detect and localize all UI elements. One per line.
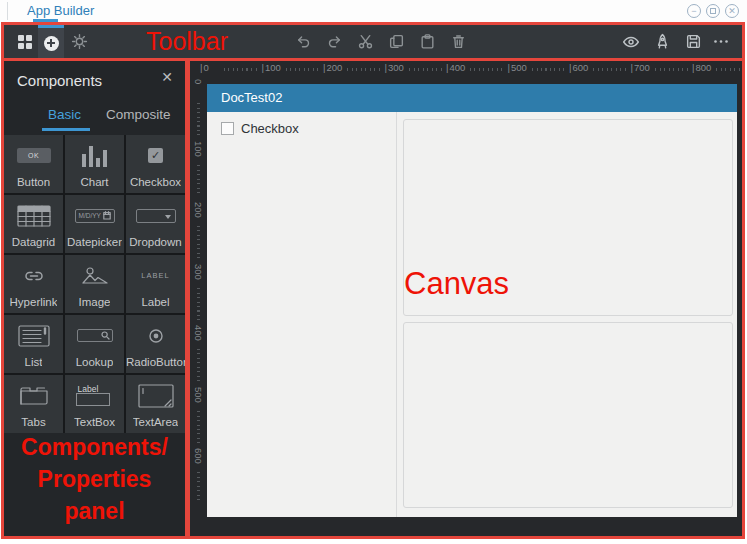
tab-basic[interactable]: Basic	[48, 107, 81, 122]
dropdown-icon	[126, 195, 185, 236]
app-builder-tab[interactable]: App Builder	[27, 3, 94, 18]
label-icon: LABEL	[126, 255, 185, 296]
radiobutton-icon	[126, 315, 185, 356]
minimize-icon[interactable]: −	[687, 4, 701, 18]
app-builder-window: App Builder − ✕	[0, 0, 747, 544]
settings-gear-icon[interactable]	[66, 25, 92, 58]
component-tile-checkbox[interactable]: ✓ Checkbox	[126, 135, 185, 193]
component-tile-lookup[interactable]: Lookup	[65, 315, 124, 373]
paste-icon[interactable]	[416, 25, 438, 58]
canvas-container-bottom[interactable]	[403, 322, 733, 508]
component-tile-datepicker[interactable]: M/D/YY Datepicker	[65, 195, 124, 253]
components-panel: Components ✕ Basic Composite OK Button C…	[4, 61, 185, 538]
textarea-icon	[126, 375, 185, 416]
component-tile-textbox[interactable]: Label TextBox	[65, 375, 124, 433]
component-tile-list[interactable]: List	[4, 315, 63, 373]
component-tile-button[interactable]: OK Button	[4, 135, 63, 193]
component-tile-label[interactable]: LABEL Label	[126, 255, 185, 313]
datagrid-icon	[4, 195, 63, 236]
vertical-ruler: 0 100 200 300 400 500 600	[191, 77, 205, 538]
canvas-checkbox-component[interactable]: Checkbox	[221, 121, 299, 136]
button-icon: OK	[4, 135, 63, 176]
chart-icon	[65, 135, 124, 176]
datepicker-icon: M/D/YY	[65, 195, 124, 236]
component-tile-image[interactable]: Image	[65, 255, 124, 313]
maximize-icon[interactable]	[706, 4, 720, 18]
components-grid: OK Button Chart ✓ Checkbox	[4, 135, 185, 433]
window-controls: − ✕	[687, 4, 739, 18]
checkbox-icon: ✓	[126, 135, 185, 176]
textbox-icon: Label	[65, 375, 124, 416]
checkbox-label: Checkbox	[241, 121, 299, 136]
component-tile-dropdown[interactable]: Dropdown	[126, 195, 185, 253]
preview-eye-icon[interactable]	[619, 25, 643, 58]
component-tile-datagrid[interactable]: Datagrid	[4, 195, 63, 253]
tab-basic-indicator	[42, 128, 90, 131]
component-tile-textarea[interactable]: TextArea	[126, 375, 185, 433]
title-bar: App Builder − ✕	[0, 0, 747, 22]
component-tile-radiobutton[interactable]: RadioButton	[126, 315, 185, 373]
canvas-container-top[interactable]	[403, 119, 733, 316]
titlebar-divider	[7, 2, 8, 20]
launch-rocket-icon[interactable]	[650, 25, 674, 58]
panel-close-icon[interactable]: ✕	[161, 69, 173, 85]
hyperlink-icon	[4, 255, 63, 296]
image-icon	[65, 255, 124, 296]
horizontal-ruler: 0 100 200 300 400 500 600 700 800	[200, 62, 743, 77]
document-canvas[interactable]: DocTest02 Checkbox	[207, 84, 737, 517]
add-component-icon[interactable]	[38, 25, 64, 58]
active-tab-indicator	[33, 19, 58, 22]
component-tile-hyperlink[interactable]: Hyperlink	[4, 255, 63, 313]
copy-icon[interactable]	[385, 25, 407, 58]
more-ellipsis-icon[interactable]	[709, 25, 733, 58]
list-icon	[4, 315, 63, 356]
component-tile-tabs[interactable]: Tabs	[4, 375, 63, 433]
document-body[interactable]: Checkbox	[207, 112, 737, 517]
lookup-icon	[65, 315, 124, 356]
undo-icon[interactable]	[292, 25, 314, 58]
delete-trash-icon[interactable]	[447, 25, 469, 58]
save-icon[interactable]	[681, 25, 705, 58]
apps-grid-icon[interactable]	[12, 25, 38, 58]
canvas-area: 0 100 200 300 400 500 600 700 800 0 100 …	[190, 61, 743, 538]
tabs-icon	[4, 375, 63, 416]
close-icon[interactable]: ✕	[725, 4, 739, 18]
cut-icon[interactable]	[354, 25, 376, 58]
components-tabs: Basic Composite	[4, 101, 185, 133]
document-title-bar: DocTest02	[207, 84, 737, 112]
toolbar	[4, 25, 743, 58]
checkbox-box-icon[interactable]	[221, 122, 234, 135]
components-panel-title: Components	[17, 72, 102, 89]
tab-composite[interactable]: Composite	[106, 107, 171, 122]
redo-icon[interactable]	[323, 25, 345, 58]
component-tile-chart[interactable]: Chart	[65, 135, 124, 193]
canvas-column-divider	[396, 112, 397, 517]
